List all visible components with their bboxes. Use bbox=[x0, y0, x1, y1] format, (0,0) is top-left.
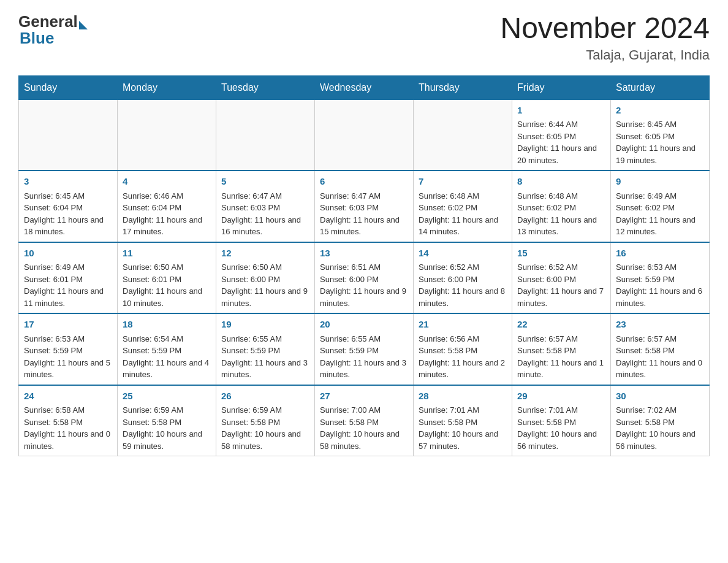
day-info: Sunrise: 7:01 AM bbox=[517, 404, 605, 416]
day-info: Sunset: 5:58 PM bbox=[517, 416, 605, 429]
weekday-header-wednesday: Wednesday bbox=[315, 75, 414, 99]
day-info: Daylight: 11 hours and 7 minutes. bbox=[517, 285, 605, 309]
day-info: Sunrise: 7:00 AM bbox=[320, 404, 408, 416]
day-info: Sunrise: 6:50 AM bbox=[123, 261, 211, 274]
day-number: 26 bbox=[221, 389, 309, 404]
day-info: Sunset: 6:04 PM bbox=[24, 202, 112, 214]
day-info: Daylight: 10 hours and 56 minutes. bbox=[616, 428, 704, 452]
calendar-cell: 26Sunrise: 6:59 AMSunset: 5:58 PMDayligh… bbox=[216, 385, 315, 456]
day-info: Sunset: 6:00 PM bbox=[320, 274, 408, 286]
day-info: Sunset: 6:00 PM bbox=[517, 274, 605, 286]
calendar-cell: 13Sunrise: 6:51 AMSunset: 6:00 PMDayligh… bbox=[315, 242, 414, 314]
day-info: Daylight: 10 hours and 58 minutes. bbox=[320, 428, 408, 452]
day-info: Sunrise: 6:47 AM bbox=[320, 190, 408, 202]
calendar-cell: 10Sunrise: 6:49 AMSunset: 6:01 PMDayligh… bbox=[19, 242, 118, 314]
day-info: Daylight: 11 hours and 9 minutes. bbox=[221, 285, 309, 309]
day-number: 18 bbox=[123, 318, 211, 332]
day-info: Sunset: 5:58 PM bbox=[24, 416, 112, 429]
day-info: Daylight: 11 hours and 20 minutes. bbox=[517, 142, 605, 166]
weekday-header-row: SundayMondayTuesdayWednesdayThursdayFrid… bbox=[19, 75, 710, 99]
day-info: Daylight: 10 hours and 58 minutes. bbox=[221, 428, 309, 452]
day-info: Sunset: 6:00 PM bbox=[221, 274, 309, 286]
calendar-row-1: 1Sunrise: 6:44 AMSunset: 6:05 PMDaylight… bbox=[19, 99, 710, 170]
day-info: Daylight: 10 hours and 59 minutes. bbox=[123, 428, 211, 452]
day-info: Sunset: 5:58 PM bbox=[320, 416, 408, 429]
day-info: Daylight: 11 hours and 18 minutes. bbox=[24, 214, 112, 238]
day-info: Sunrise: 6:57 AM bbox=[517, 333, 605, 345]
weekday-header-thursday: Thursday bbox=[414, 75, 512, 99]
calendar-cell: 11Sunrise: 6:50 AMSunset: 6:01 PMDayligh… bbox=[118, 242, 216, 314]
calendar-row-2: 3Sunrise: 6:45 AMSunset: 6:04 PMDaylight… bbox=[19, 170, 710, 242]
day-info: Sunrise: 6:49 AM bbox=[616, 190, 704, 202]
day-info: Sunset: 6:03 PM bbox=[320, 202, 408, 214]
day-info: Daylight: 11 hours and 3 minutes. bbox=[221, 357, 309, 381]
day-info: Sunset: 5:59 PM bbox=[24, 345, 112, 357]
calendar-cell: 21Sunrise: 6:56 AMSunset: 5:58 PMDayligh… bbox=[414, 313, 512, 385]
day-info: Sunset: 6:02 PM bbox=[419, 202, 507, 214]
calendar-cell bbox=[19, 99, 118, 170]
calendar-row-3: 10Sunrise: 6:49 AMSunset: 6:01 PMDayligh… bbox=[19, 242, 710, 314]
day-info: Sunrise: 6:54 AM bbox=[123, 333, 211, 345]
day-info: Daylight: 11 hours and 16 minutes. bbox=[221, 214, 309, 238]
day-info: Sunrise: 6:51 AM bbox=[320, 261, 408, 274]
day-number: 25 bbox=[123, 389, 211, 404]
calendar-cell: 19Sunrise: 6:55 AMSunset: 5:59 PMDayligh… bbox=[216, 313, 315, 385]
day-number: 11 bbox=[123, 247, 211, 261]
calendar-cell: 12Sunrise: 6:50 AMSunset: 6:00 PMDayligh… bbox=[216, 242, 315, 314]
day-number: 7 bbox=[419, 175, 507, 189]
day-number: 6 bbox=[320, 175, 408, 189]
day-number: 23 bbox=[616, 318, 704, 332]
day-number: 10 bbox=[24, 247, 112, 261]
day-info: Sunset: 5:59 PM bbox=[123, 345, 211, 357]
day-info: Daylight: 11 hours and 12 minutes. bbox=[616, 214, 704, 238]
calendar-cell bbox=[414, 99, 512, 170]
day-number: 14 bbox=[419, 247, 507, 261]
calendar-cell: 18Sunrise: 6:54 AMSunset: 5:59 PMDayligh… bbox=[118, 313, 216, 385]
day-number: 20 bbox=[320, 318, 408, 332]
day-info: Sunrise: 6:49 AM bbox=[24, 261, 112, 274]
day-info: Sunrise: 6:55 AM bbox=[221, 333, 309, 345]
calendar-cell: 4Sunrise: 6:46 AMSunset: 6:04 PMDaylight… bbox=[118, 170, 216, 242]
day-number: 21 bbox=[419, 318, 507, 332]
day-info: Daylight: 11 hours and 19 minutes. bbox=[616, 142, 704, 166]
day-info: Sunrise: 6:55 AM bbox=[320, 333, 408, 345]
day-info: Sunrise: 6:45 AM bbox=[24, 190, 112, 202]
page-header: General Blue November 2024 Talaja, Gujar… bbox=[18, 12, 710, 63]
day-info: Daylight: 11 hours and 17 minutes. bbox=[123, 214, 211, 238]
day-info: Sunrise: 6:56 AM bbox=[419, 333, 507, 345]
calendar-cell: 3Sunrise: 6:45 AMSunset: 6:04 PMDaylight… bbox=[19, 170, 118, 242]
calendar-cell: 2Sunrise: 6:45 AMSunset: 6:05 PMDaylight… bbox=[611, 99, 710, 170]
day-number: 15 bbox=[517, 247, 605, 261]
day-info: Daylight: 11 hours and 11 minutes. bbox=[24, 285, 112, 309]
day-info: Sunrise: 6:59 AM bbox=[123, 404, 211, 416]
day-info: Daylight: 11 hours and 10 minutes. bbox=[123, 285, 211, 309]
title-area: November 2024 Talaja, Gujarat, India bbox=[500, 12, 710, 63]
day-number: 27 bbox=[320, 389, 408, 404]
day-info: Sunrise: 7:01 AM bbox=[419, 404, 507, 416]
calendar-row-4: 17Sunrise: 6:53 AMSunset: 5:59 PMDayligh… bbox=[19, 313, 710, 385]
day-info: Daylight: 11 hours and 13 minutes. bbox=[517, 214, 605, 238]
day-info: Sunset: 6:02 PM bbox=[616, 202, 704, 214]
calendar-cell: 17Sunrise: 6:53 AMSunset: 5:59 PMDayligh… bbox=[19, 313, 118, 385]
day-info: Sunrise: 6:44 AM bbox=[517, 118, 605, 131]
day-info: Daylight: 11 hours and 1 minute. bbox=[517, 357, 605, 381]
day-info: Sunrise: 6:53 AM bbox=[24, 333, 112, 345]
day-info: Daylight: 11 hours and 0 minutes. bbox=[24, 428, 112, 452]
weekday-header-sunday: Sunday bbox=[19, 75, 118, 99]
day-info: Sunrise: 6:47 AM bbox=[221, 190, 309, 202]
day-info: Sunset: 5:58 PM bbox=[221, 416, 309, 429]
day-info: Sunset: 5:58 PM bbox=[517, 345, 605, 357]
weekday-header-monday: Monday bbox=[118, 75, 216, 99]
day-info: Sunset: 6:01 PM bbox=[123, 274, 211, 286]
calendar-cell: 16Sunrise: 6:53 AMSunset: 5:59 PMDayligh… bbox=[611, 242, 710, 314]
day-info: Sunset: 5:59 PM bbox=[616, 274, 704, 286]
day-info: Sunset: 5:58 PM bbox=[616, 416, 704, 429]
day-number: 17 bbox=[24, 318, 112, 332]
day-info: Sunset: 5:58 PM bbox=[123, 416, 211, 429]
day-number: 8 bbox=[517, 175, 605, 189]
day-info: Sunrise: 6:48 AM bbox=[419, 190, 507, 202]
day-info: Daylight: 11 hours and 9 minutes. bbox=[320, 285, 408, 309]
calendar-table: SundayMondayTuesdayWednesdayThursdayFrid… bbox=[18, 75, 710, 457]
calendar-cell bbox=[118, 99, 216, 170]
day-info: Sunset: 6:00 PM bbox=[419, 274, 507, 286]
